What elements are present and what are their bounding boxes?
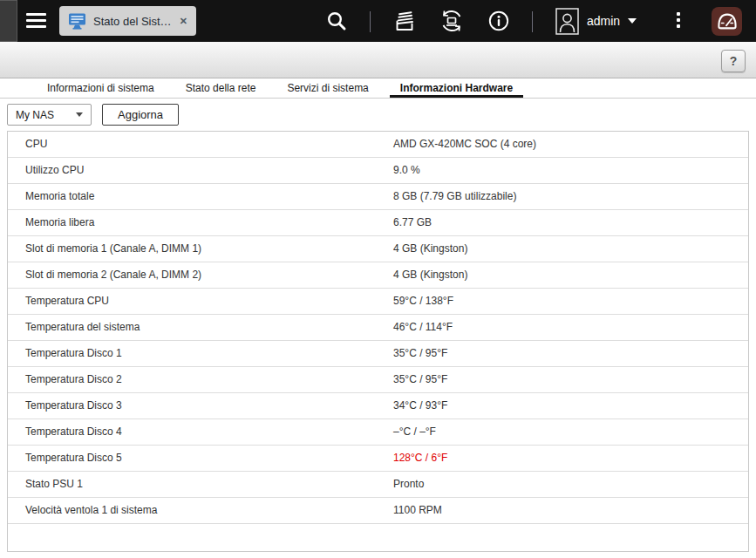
tab-servizi-di-sistema[interactable]: Servizi di sistema	[276, 78, 378, 98]
table-row: Memoria totale 8 GB (7.79 GB utilizzabil…	[8, 184, 748, 210]
more-options-icon[interactable]	[677, 12, 680, 28]
table-row: Stato PSU 1 Pronto	[8, 472, 748, 498]
table-row: Temperatura CPU 59°C / 138°F	[8, 289, 748, 315]
row-value: 4 GB (Kingston)	[393, 262, 467, 288]
row-label: Slot di memoria 2 (Canale A, DIMM 2)	[25, 262, 201, 288]
row-label: Temperatura del sistema	[25, 315, 140, 340]
row-value: 35°C / 95°F	[393, 367, 447, 392]
monitor-icon	[68, 13, 86, 30]
row-label: Temperatura Disco 5	[25, 446, 122, 471]
window-toolbar: ?	[0, 42, 756, 78]
row-value: 9.0 %	[393, 158, 420, 183]
row-label: Slot di memoria 1 (Canale A, DIMM 1)	[25, 236, 201, 262]
search-icon[interactable]	[324, 0, 349, 42]
table-row: Utilizzo CPU 9.0 %	[8, 158, 748, 184]
table-row: Slot di memoria 2 (Canale A, DIMM 2) 4 G…	[8, 262, 748, 289]
close-tab-icon[interactable]: ✕	[180, 17, 187, 26]
tab-stato-della-rete[interactable]: Stato della rete	[175, 78, 267, 98]
row-value: 34°C / 93°F	[393, 393, 447, 418]
table-row: Memoria libera 6.77 GB	[8, 210, 748, 236]
tab-informazioni-hardware[interactable]: Informazioni Hardware	[390, 78, 523, 98]
hardware-table: CPU AMD GX-420MC SOC (4 core) Utilizzo C…	[7, 131, 749, 552]
row-value: 6.77 GB	[393, 210, 432, 235]
open-app-tab-system-status[interactable]: Stato del Siste... ✕	[59, 6, 196, 36]
row-label: Temperatura CPU	[25, 289, 109, 314]
external-device-sync-icon[interactable]	[438, 0, 466, 42]
info-notification-icon[interactable]	[487, 0, 511, 42]
chevron-down-icon	[76, 112, 83, 117]
table-row: Temperatura Disco 2 35°C / 95°F	[8, 367, 748, 393]
row-label: Temperatura Disco 2	[25, 367, 122, 392]
chevron-down-icon	[628, 18, 637, 24]
section-tabs: Informazioni di sistema Stato della rete…	[0, 78, 756, 99]
table-row: CPU AMD GX-420MC SOC (4 core)	[8, 132, 748, 158]
user-name-label: admin	[587, 14, 620, 28]
row-label: CPU	[25, 132, 47, 157]
row-value: 8 GB (7.79 GB utilizzabile)	[393, 184, 516, 209]
table-row: Temperatura Disco 1 35°C / 95°F	[8, 341, 748, 367]
row-label: Velocità ventola 1 di sistema	[25, 498, 157, 523]
table-row: Temperatura del sistema 46°C / 114°F	[8, 315, 748, 341]
row-label: Temperatura Disco 3	[25, 393, 122, 418]
row-value: 59°C / 138°F	[393, 289, 453, 314]
row-value: Pronto	[393, 472, 424, 497]
background-tasks-icon[interactable]	[392, 0, 418, 42]
row-value: 1100 RPM	[393, 498, 442, 523]
user-menu[interactable]: admin	[555, 0, 637, 42]
topbar-divider	[532, 11, 533, 32]
row-value: 35°C / 95°F	[393, 341, 447, 366]
table-row: Velocità ventola 1 di sistema 1100 RPM	[8, 498, 748, 524]
row-label: Memoria libera	[25, 210, 94, 235]
controls-row: My NAS Aggiorna	[0, 99, 756, 126]
row-value: 128°C / 6°F	[393, 446, 447, 471]
main-menu-icon[interactable]	[26, 13, 46, 28]
row-label: Stato PSU 1	[25, 472, 83, 497]
row-value: –°C / –°F	[393, 419, 436, 445]
qnap-admin-window: Stato del Siste... ✕	[0, 0, 756, 558]
row-label: Temperatura Disco 1	[25, 341, 122, 366]
table-row: Temperatura Disco 3 34°C / 93°F	[8, 393, 748, 419]
topbar: Stato del Siste... ✕	[0, 0, 756, 42]
user-avatar-icon	[555, 8, 579, 35]
table-row: Temperatura Disco 4 –°C / –°F	[8, 419, 748, 446]
app-tab-label: Stato del Siste...	[93, 15, 173, 28]
row-label: Temperatura Disco 4	[25, 419, 122, 445]
edge-panel-strip	[0, 0, 17, 42]
dashboard-gauge-icon[interactable]	[712, 7, 742, 36]
table-row: Slot di memoria 1 (Canale A, DIMM 1) 4 G…	[8, 236, 748, 262]
table-row: Temperatura Disco 5 128°C / 6°F	[8, 446, 748, 472]
row-label: Utilizzo CPU	[25, 158, 84, 183]
nas-select-dropdown[interactable]: My NAS	[7, 104, 92, 126]
tab-informazioni-di-sistema[interactable]: Informazioni di sistema	[37, 78, 165, 98]
help-button[interactable]: ?	[721, 50, 746, 72]
row-value: AMD GX-420MC SOC (4 core)	[393, 132, 536, 157]
row-label: Memoria totale	[25, 184, 94, 209]
refresh-button[interactable]: Aggiorna	[102, 104, 179, 126]
topbar-divider	[370, 11, 371, 32]
nas-select-value: My NAS	[16, 109, 54, 121]
row-value: 4 GB (Kingston)	[393, 236, 467, 262]
row-value: 46°C / 114°F	[393, 315, 453, 340]
